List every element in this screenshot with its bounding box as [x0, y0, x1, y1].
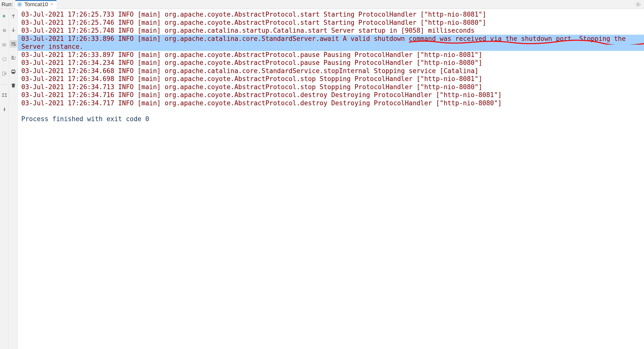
- log-line[interactable]: Process finished with exit code 0: [18, 115, 644, 123]
- svg-point-3: [637, 4, 639, 5]
- restart-button[interactable]: [1, 56, 8, 63]
- stop-button[interactable]: [1, 27, 8, 34]
- svg-rect-2: [18, 5, 20, 5]
- tab-tomcat10[interactable]: Tomcat10 ×: [15, 0, 56, 9]
- run-label: Run:: [0, 1, 15, 8]
- tab-label: Tomcat10: [24, 1, 48, 8]
- log-line[interactable]: 03-Jul-2021 17:26:34.713 INFO [main] org…: [18, 83, 644, 91]
- tomcat-icon: [17, 2, 22, 7]
- svg-rect-1: [18, 4, 20, 4]
- pin-button[interactable]: [1, 106, 8, 113]
- log-line[interactable]: 03-Jul-2021 17:26:25.748 INFO [main] org…: [18, 27, 644, 35]
- log-line[interactable]: 03-Jul-2021 17:26:34.717 INFO [main] org…: [18, 99, 644, 107]
- gear-icon[interactable]: [634, 1, 642, 8]
- delete-button[interactable]: [10, 82, 17, 89]
- console-output[interactable]: 03-Jul-2021 17:26:25.733 INFO [main] org…: [18, 9, 644, 349]
- down-arrow-button[interactable]: [10, 26, 17, 34]
- up-arrow-button[interactable]: [10, 13, 17, 20]
- run-toolbar-primary: [0, 9, 9, 349]
- exit-button[interactable]: [1, 70, 8, 77]
- svg-rect-12: [5, 96, 7, 97]
- run-panel-header: Run: Tomcat10 ×: [0, 0, 644, 9]
- log-line[interactable]: 03-Jul-2021 17:26:34.668 INFO [main] org…: [18, 67, 644, 75]
- blank-line: [18, 107, 644, 115]
- log-line[interactable]: 03-Jul-2021 17:26:34.716 INFO [main] org…: [18, 91, 644, 99]
- rerun-button[interactable]: [1, 13, 8, 20]
- tab-active-indicator: [15, 0, 56, 1]
- svg-marker-4: [3, 14, 6, 18]
- layout-button[interactable]: [1, 91, 8, 99]
- tab-close-icon[interactable]: ×: [50, 2, 53, 7]
- log-line[interactable]: 03-Jul-2021 17:26:33.897 INFO [main] org…: [18, 51, 644, 59]
- svg-rect-9: [2, 93, 4, 95]
- run-toolbar-secondary: [9, 9, 18, 349]
- svg-point-7: [4, 44, 5, 46]
- svg-rect-10: [5, 93, 7, 95]
- scroll-to-end-button[interactable]: [10, 54, 17, 62]
- log-line[interactable]: 03-Jul-2021 17:26:25.733 INFO [main] org…: [18, 11, 644, 19]
- print-button[interactable]: [10, 68, 17, 75]
- svg-rect-5: [3, 29, 6, 32]
- underline-annotation-svg: [409, 40, 644, 45]
- toolbar-separator: [2, 84, 8, 85]
- svg-rect-15: [12, 72, 14, 74]
- soft-wrap-button[interactable]: [10, 40, 17, 48]
- svg-rect-11: [2, 96, 4, 97]
- log-line[interactable]: 03-Jul-2021 17:26:34.698 INFO [main] org…: [18, 75, 644, 83]
- dump-threads-button[interactable]: [1, 41, 8, 49]
- log-line[interactable]: 03-Jul-2021 17:26:25.746 INFO [main] org…: [18, 19, 644, 27]
- svg-rect-0: [18, 3, 21, 6]
- log-line[interactable]: 03-Jul-2021 17:26:34.234 INFO [main] org…: [18, 59, 644, 67]
